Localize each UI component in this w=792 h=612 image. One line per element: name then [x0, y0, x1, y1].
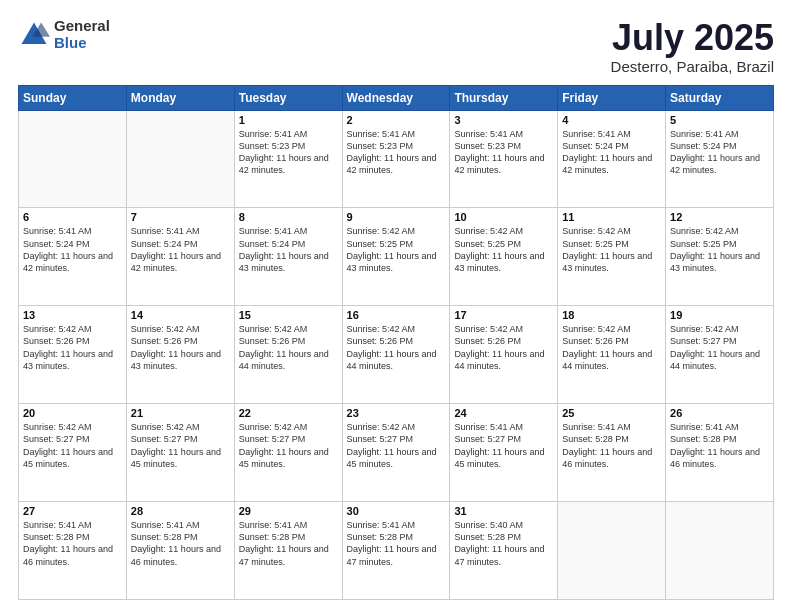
day-info: Sunrise: 5:41 AM Sunset: 5:24 PM Dayligh…: [131, 225, 230, 274]
calendar-cell: 29Sunrise: 5:41 AM Sunset: 5:28 PM Dayli…: [234, 502, 342, 600]
day-info: Sunrise: 5:41 AM Sunset: 5:27 PM Dayligh…: [454, 421, 553, 470]
day-info: Sunrise: 5:42 AM Sunset: 5:27 PM Dayligh…: [670, 323, 769, 372]
day-info: Sunrise: 5:42 AM Sunset: 5:26 PM Dayligh…: [23, 323, 122, 372]
week-row-2: 6Sunrise: 5:41 AM Sunset: 5:24 PM Daylig…: [19, 208, 774, 306]
calendar-cell: 10Sunrise: 5:42 AM Sunset: 5:25 PM Dayli…: [450, 208, 558, 306]
day-number: 16: [347, 309, 446, 321]
day-number: 19: [670, 309, 769, 321]
day-number: 1: [239, 114, 338, 126]
day-number: 29: [239, 505, 338, 517]
calendar-cell: 17Sunrise: 5:42 AM Sunset: 5:26 PM Dayli…: [450, 306, 558, 404]
day-number: 24: [454, 407, 553, 419]
day-number: 11: [562, 211, 661, 223]
calendar-cell: 31Sunrise: 5:40 AM Sunset: 5:28 PM Dayli…: [450, 502, 558, 600]
day-number: 5: [670, 114, 769, 126]
calendar-cell: 14Sunrise: 5:42 AM Sunset: 5:26 PM Dayli…: [126, 306, 234, 404]
calendar-cell: 2Sunrise: 5:41 AM Sunset: 5:23 PM Daylig…: [342, 110, 450, 208]
calendar-cell: [126, 110, 234, 208]
page: General Blue July 2025 Desterro, Paraiba…: [0, 0, 792, 612]
calendar-cell: 24Sunrise: 5:41 AM Sunset: 5:27 PM Dayli…: [450, 404, 558, 502]
weekday-wednesday: Wednesday: [342, 85, 450, 110]
day-info: Sunrise: 5:41 AM Sunset: 5:23 PM Dayligh…: [454, 128, 553, 177]
week-row-5: 27Sunrise: 5:41 AM Sunset: 5:28 PM Dayli…: [19, 502, 774, 600]
day-info: Sunrise: 5:41 AM Sunset: 5:28 PM Dayligh…: [131, 519, 230, 568]
location-title: Desterro, Paraiba, Brazil: [611, 58, 774, 75]
calendar-cell: 6Sunrise: 5:41 AM Sunset: 5:24 PM Daylig…: [19, 208, 127, 306]
calendar-cell: 12Sunrise: 5:42 AM Sunset: 5:25 PM Dayli…: [666, 208, 774, 306]
day-info: Sunrise: 5:42 AM Sunset: 5:25 PM Dayligh…: [670, 225, 769, 274]
day-number: 2: [347, 114, 446, 126]
weekday-thursday: Thursday: [450, 85, 558, 110]
day-info: Sunrise: 5:42 AM Sunset: 5:25 PM Dayligh…: [454, 225, 553, 274]
calendar-cell: 28Sunrise: 5:41 AM Sunset: 5:28 PM Dayli…: [126, 502, 234, 600]
day-number: 25: [562, 407, 661, 419]
day-info: Sunrise: 5:41 AM Sunset: 5:28 PM Dayligh…: [23, 519, 122, 568]
day-info: Sunrise: 5:41 AM Sunset: 5:28 PM Dayligh…: [347, 519, 446, 568]
day-info: Sunrise: 5:42 AM Sunset: 5:27 PM Dayligh…: [347, 421, 446, 470]
weekday-tuesday: Tuesday: [234, 85, 342, 110]
weekday-monday: Monday: [126, 85, 234, 110]
day-info: Sunrise: 5:42 AM Sunset: 5:27 PM Dayligh…: [131, 421, 230, 470]
day-info: Sunrise: 5:41 AM Sunset: 5:28 PM Dayligh…: [670, 421, 769, 470]
calendar-cell: 21Sunrise: 5:42 AM Sunset: 5:27 PM Dayli…: [126, 404, 234, 502]
day-number: 20: [23, 407, 122, 419]
calendar-cell: 18Sunrise: 5:42 AM Sunset: 5:26 PM Dayli…: [558, 306, 666, 404]
day-info: Sunrise: 5:41 AM Sunset: 5:23 PM Dayligh…: [239, 128, 338, 177]
day-info: Sunrise: 5:42 AM Sunset: 5:26 PM Dayligh…: [454, 323, 553, 372]
calendar-cell: 26Sunrise: 5:41 AM Sunset: 5:28 PM Dayli…: [666, 404, 774, 502]
weekday-header-row: SundayMondayTuesdayWednesdayThursdayFrid…: [19, 85, 774, 110]
calendar-cell: [558, 502, 666, 600]
weekday-friday: Friday: [558, 85, 666, 110]
day-number: 31: [454, 505, 553, 517]
calendar-table: SundayMondayTuesdayWednesdayThursdayFrid…: [18, 85, 774, 600]
weekday-sunday: Sunday: [19, 85, 127, 110]
day-number: 21: [131, 407, 230, 419]
day-number: 26: [670, 407, 769, 419]
day-number: 4: [562, 114, 661, 126]
calendar-cell: [19, 110, 127, 208]
calendar-cell: 11Sunrise: 5:42 AM Sunset: 5:25 PM Dayli…: [558, 208, 666, 306]
day-number: 14: [131, 309, 230, 321]
day-info: Sunrise: 5:41 AM Sunset: 5:24 PM Dayligh…: [239, 225, 338, 274]
weekday-saturday: Saturday: [666, 85, 774, 110]
calendar-cell: 3Sunrise: 5:41 AM Sunset: 5:23 PM Daylig…: [450, 110, 558, 208]
day-info: Sunrise: 5:42 AM Sunset: 5:26 PM Dayligh…: [347, 323, 446, 372]
day-number: 28: [131, 505, 230, 517]
calendar-cell: 19Sunrise: 5:42 AM Sunset: 5:27 PM Dayli…: [666, 306, 774, 404]
calendar-cell: 30Sunrise: 5:41 AM Sunset: 5:28 PM Dayli…: [342, 502, 450, 600]
logo-blue: Blue: [54, 35, 110, 52]
day-number: 9: [347, 211, 446, 223]
day-number: 18: [562, 309, 661, 321]
day-info: Sunrise: 5:40 AM Sunset: 5:28 PM Dayligh…: [454, 519, 553, 568]
day-number: 13: [23, 309, 122, 321]
day-number: 10: [454, 211, 553, 223]
day-info: Sunrise: 5:41 AM Sunset: 5:24 PM Dayligh…: [562, 128, 661, 177]
day-info: Sunrise: 5:42 AM Sunset: 5:26 PM Dayligh…: [131, 323, 230, 372]
day-info: Sunrise: 5:42 AM Sunset: 5:27 PM Dayligh…: [239, 421, 338, 470]
logo-general: General: [54, 18, 110, 35]
day-number: 22: [239, 407, 338, 419]
day-number: 27: [23, 505, 122, 517]
week-row-1: 1Sunrise: 5:41 AM Sunset: 5:23 PM Daylig…: [19, 110, 774, 208]
month-title: July 2025: [611, 18, 774, 58]
day-info: Sunrise: 5:42 AM Sunset: 5:26 PM Dayligh…: [239, 323, 338, 372]
day-number: 3: [454, 114, 553, 126]
day-info: Sunrise: 5:41 AM Sunset: 5:24 PM Dayligh…: [670, 128, 769, 177]
day-info: Sunrise: 5:42 AM Sunset: 5:25 PM Dayligh…: [562, 225, 661, 274]
calendar-cell: 23Sunrise: 5:42 AM Sunset: 5:27 PM Dayli…: [342, 404, 450, 502]
header: General Blue July 2025 Desterro, Paraiba…: [18, 18, 774, 75]
calendar-cell: 20Sunrise: 5:42 AM Sunset: 5:27 PM Dayli…: [19, 404, 127, 502]
logo: General Blue: [18, 18, 110, 51]
calendar-cell: 7Sunrise: 5:41 AM Sunset: 5:24 PM Daylig…: [126, 208, 234, 306]
week-row-3: 13Sunrise: 5:42 AM Sunset: 5:26 PM Dayli…: [19, 306, 774, 404]
day-number: 30: [347, 505, 446, 517]
calendar-cell: 22Sunrise: 5:42 AM Sunset: 5:27 PM Dayli…: [234, 404, 342, 502]
calendar-cell: [666, 502, 774, 600]
calendar-cell: 15Sunrise: 5:42 AM Sunset: 5:26 PM Dayli…: [234, 306, 342, 404]
day-number: 12: [670, 211, 769, 223]
day-info: Sunrise: 5:42 AM Sunset: 5:25 PM Dayligh…: [347, 225, 446, 274]
day-number: 6: [23, 211, 122, 223]
logo-text: General Blue: [54, 18, 110, 51]
day-info: Sunrise: 5:41 AM Sunset: 5:23 PM Dayligh…: [347, 128, 446, 177]
calendar-cell: 4Sunrise: 5:41 AM Sunset: 5:24 PM Daylig…: [558, 110, 666, 208]
